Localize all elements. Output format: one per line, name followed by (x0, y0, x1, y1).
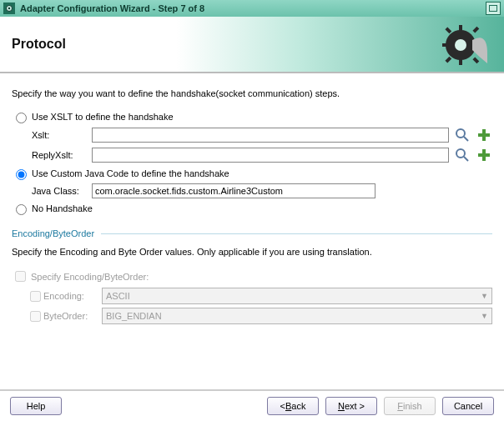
window-title: Adapter Configuration Wizard - Step 7 of… (20, 3, 204, 13)
titlebar: Adapter Configuration Wizard - Step 7 of… (0, 0, 504, 17)
java-class-row: Java Class: (32, 183, 492, 198)
replyxslt-add-button[interactable] (476, 147, 492, 163)
svg-rect-11 (472, 57, 479, 63)
replyxslt-label: ReplyXslt: (32, 150, 92, 160)
svg-rect-10 (445, 57, 451, 63)
svg-rect-9 (472, 27, 479, 33)
replyxslt-browse-button[interactable] (454, 147, 471, 163)
radio-java-input[interactable] (16, 169, 27, 180)
help-button[interactable]: Help (10, 397, 62, 415)
xslt-add-button[interactable] (476, 127, 492, 143)
xslt-input[interactable] (92, 128, 449, 143)
radio-none[interactable]: No Handshake (12, 202, 492, 215)
svg-point-12 (455, 39, 466, 51)
gear-icon (437, 20, 487, 70)
finish-button: Finish (384, 397, 436, 415)
svg-rect-8 (445, 27, 451, 33)
byteorder-field-row: ByteOrder: BIG_ENDIAN ▼ (27, 308, 492, 324)
chevron-down-icon: ▼ (481, 312, 488, 320)
search-icon (455, 128, 470, 143)
encoding-section-label: Encoding/ByteOrder (12, 228, 94, 238)
wizard-banner: Protocol (0, 17, 504, 73)
specify-encoding-row: Specify Encoding/ByteOrder: (12, 268, 492, 284)
maximize-button[interactable] (486, 2, 501, 15)
specify-encoding-label: Specify Encoding/ByteOrder: (31, 272, 149, 282)
byteorder-checkbox (30, 311, 41, 322)
radio-xslt-label: Use XSLT to define the handshake (32, 112, 174, 122)
radio-none-label: No Handshake (32, 203, 93, 213)
handshake-instruction: Specify the way you want to define the h… (12, 88, 492, 98)
radio-xslt-input[interactable] (16, 113, 27, 123)
svg-rect-6 (442, 43, 449, 47)
cancel-button[interactable]: Cancel (442, 397, 494, 415)
encoding-value: ASCII (106, 291, 130, 301)
java-class-label: Java Class: (32, 186, 92, 196)
encoding-label: Encoding: (43, 291, 84, 301)
encoding-checkbox (30, 291, 41, 302)
divider (101, 233, 492, 234)
page-title: Protocol (12, 37, 66, 52)
xslt-field-row: Xslt: (32, 127, 492, 143)
svg-line-18 (464, 157, 468, 161)
java-class-input[interactable] (92, 183, 375, 198)
chevron-down-icon: ▼ (481, 292, 488, 300)
svg-rect-5 (459, 58, 462, 65)
replyxslt-field-row: ReplyXslt: (32, 147, 492, 163)
back-button[interactable]: < Back (267, 397, 319, 415)
byteorder-value: BIG_ENDIAN (106, 311, 162, 321)
svg-point-13 (456, 129, 465, 138)
wizard-footer: Help < Back Next > Finish Cancel (0, 389, 504, 421)
svg-point-17 (456, 149, 465, 158)
radio-java-label: Use Custom Java Code to define the hands… (32, 168, 229, 178)
search-icon (455, 148, 470, 163)
svg-line-14 (464, 137, 468, 141)
plus-icon (476, 128, 491, 143)
content-area: Specify the way you want to define the h… (0, 73, 504, 324)
specify-encoding-checkbox (15, 271, 26, 282)
xslt-browse-button[interactable] (454, 127, 471, 143)
next-button[interactable]: Next > (325, 397, 377, 415)
byteorder-label: ByteOrder: (43, 311, 88, 321)
encoding-instruction: Specify the Encoding and Byte Order valu… (12, 247, 492, 257)
system-menu-icon[interactable] (3, 3, 15, 14)
radio-none-input[interactable] (16, 204, 27, 215)
svg-point-1 (8, 8, 10, 9)
radio-java[interactable]: Use Custom Java Code to define the hands… (12, 167, 492, 180)
replyxslt-input[interactable] (92, 148, 449, 163)
radio-xslt[interactable]: Use XSLT to define the handshake (12, 110, 492, 123)
encoding-field-row: Encoding: ASCII ▼ (27, 288, 492, 304)
byteorder-combobox: BIG_ENDIAN ▼ (102, 308, 492, 324)
svg-rect-16 (478, 133, 490, 137)
encoding-section-header: Encoding/ByteOrder (12, 228, 492, 238)
svg-rect-2 (490, 6, 497, 12)
encoding-combobox: ASCII ▼ (102, 288, 492, 304)
xslt-label: Xslt: (32, 130, 92, 140)
plus-icon (476, 148, 491, 163)
svg-rect-20 (478, 153, 490, 157)
svg-rect-4 (459, 25, 462, 32)
